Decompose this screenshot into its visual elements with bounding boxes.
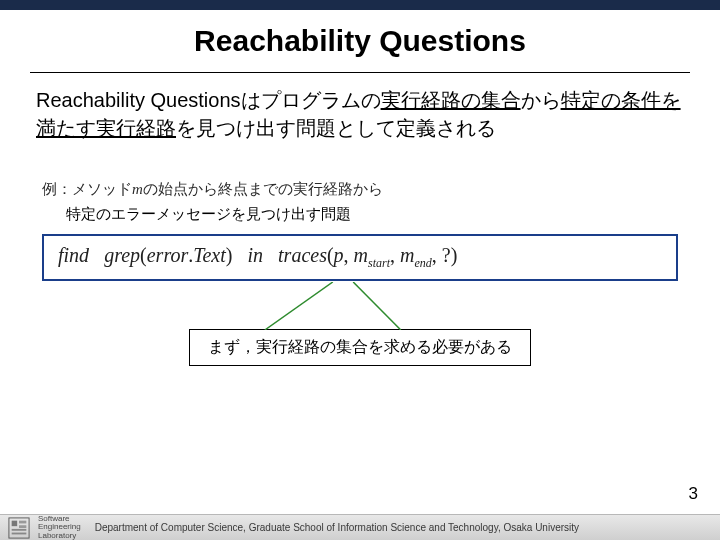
example-label: 例：メソッドmの始点から終点までの実行経路から [42,180,678,199]
example-suffix: の始点から終点までの実行経路から [143,180,383,197]
formula-m1: m [354,244,368,266]
footer-department: Department of Computer Science, Graduate… [95,522,579,533]
svg-line-0 [265,282,333,330]
formula-lparen2: ( [327,244,334,266]
lab-logo-icon [8,517,30,539]
formula-traces: traces [278,244,327,266]
lab-name: Software Engineering Laboratory [38,515,81,540]
formula-arg1a: error [147,244,188,266]
formula-find: find [58,244,89,266]
example-block: 例：メソッドmの始点から終点までの実行経路から 特定のエラーメッセージを見つけ出… [42,180,678,281]
formula-p: p [334,244,344,266]
example-subline: 特定のエラーメッセージを見つけ出す問題 [66,205,678,224]
callout-pointer-lines [190,282,530,330]
title-underline [30,72,690,73]
callout-wrap: まず，実行経路の集合を求める必要がある [0,329,720,366]
svg-rect-5 [19,525,26,528]
formula-q: ? [442,244,451,266]
svg-rect-6 [12,528,27,530]
slide: Reachability Questions Reachability Ques… [0,0,720,540]
formula-lparen1: ( [140,244,147,266]
formula-in: in [247,244,263,266]
description: Reachability Questionsはプログラムの実行経路の集合から特定… [36,87,684,142]
formula-comma1: , [344,244,354,266]
lab-line3: Laboratory [38,531,76,540]
desc-underline1: 実行経路の集合 [381,89,521,111]
formula-grep: grep [104,244,140,266]
formula-comma3: , [432,244,442,266]
example-var: m [132,181,143,197]
svg-rect-4 [19,520,26,523]
desc-part2: から [521,89,561,111]
example-prefix: 例：メソッド [42,180,132,197]
page-number: 3 [689,484,698,504]
desc-part1: Reachability Questionsはプログラムの [36,89,381,111]
formula-arg1b: Text [193,244,226,266]
formula-rparen2: ) [451,244,458,266]
desc-part3: を見つけ出す問題として定義される [176,117,496,139]
formula-rparen1: ) [226,244,233,266]
svg-rect-3 [12,520,18,526]
formula-sub2: end [415,256,432,270]
formula-m2: m [400,244,414,266]
formula-box: find grep(error.Text) in traces(p, mstar… [42,234,678,281]
callout-box: まず，実行経路の集合を求める必要がある [189,329,531,366]
top-bar [0,0,720,10]
callout-text: まず，実行経路の集合を求める必要がある [208,338,512,355]
svg-rect-7 [12,532,27,534]
footer: Software Engineering Laboratory Departme… [0,514,720,540]
svg-line-1 [353,282,401,330]
slide-title: Reachability Questions [0,24,720,58]
formula-comma2: , [390,244,400,266]
formula-sub1: start [368,256,390,270]
